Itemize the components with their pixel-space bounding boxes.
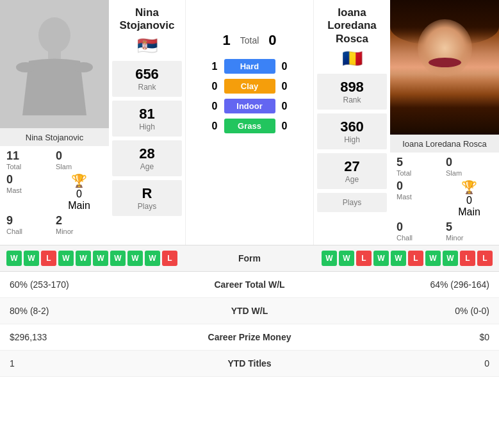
form-badge: L <box>162 251 177 266</box>
left-player-photo <box>0 0 109 128</box>
left-mast-label: Mast <box>6 187 53 194</box>
left-slam-value: 0 <box>56 149 102 163</box>
hard-row: 1 Hard 0 <box>212 59 288 74</box>
grass-left: 0 <box>212 120 218 132</box>
right-stats-grid: 5 Total 0 Slam 0 Mast 🏆 0 Main 0 <box>390 153 499 245</box>
form-badge: W <box>322 251 337 266</box>
left-mast-value: 0 <box>6 173 53 187</box>
stat-center-label: Career Prize Money <box>165 324 334 351</box>
right-minor-cell: 5 Minor <box>446 220 493 242</box>
right-age-value: 27 <box>317 158 387 175</box>
indoor-left: 0 <box>212 101 218 112</box>
left-age-box: 28 Age <box>112 140 182 176</box>
right-minor-label: Minor <box>446 234 493 242</box>
left-chall-cell: 9 Chall <box>6 214 53 235</box>
right-plays-box: Plays <box>317 193 387 212</box>
form-badge: W <box>373 251 389 266</box>
indoor-button[interactable]: Indoor <box>224 99 275 113</box>
right-rank-label: Rank <box>317 95 387 104</box>
right-mast-cell: 0 Mast <box>397 179 443 218</box>
matchup-section: 1 Total 0 1 Hard 0 0 Clay 0 0 Indoor 0 <box>186 0 313 245</box>
form-badge: W <box>443 251 458 266</box>
indoor-row: 0 Indoor 0 <box>212 99 288 113</box>
left-total-value: 11 <box>6 149 53 163</box>
right-chall-value: 0 <box>397 220 443 234</box>
form-badge: L <box>356 251 372 266</box>
right-chall-label: Chall <box>397 234 443 242</box>
right-rank-box: 898 Rank <box>317 74 387 110</box>
left-total-label: Total <box>6 163 53 170</box>
indoor-right: 0 <box>282 101 288 112</box>
total-row: 1 Total 0 <box>222 32 276 49</box>
form-badge: W <box>425 251 441 266</box>
form-badge: L <box>477 251 493 266</box>
left-trophy-cell: 🏆 0 Main <box>56 173 102 212</box>
right-age-box: 27 Age <box>317 153 387 189</box>
form-badge: L <box>41 251 56 266</box>
left-rank-value: 656 <box>112 66 182 83</box>
form-badge: W <box>145 251 160 266</box>
stats-row: 80% (8-2) YTD W/L 0% (0-0) <box>0 298 499 324</box>
right-high-box: 360 High <box>317 113 387 149</box>
right-chall-cell: 0 Chall <box>397 220 443 242</box>
right-slam-value: 0 <box>446 156 493 169</box>
stat-right-val: 0 <box>334 351 499 377</box>
stat-left-val: 80% (8-2) <box>0 298 165 324</box>
left-high-value: 81 <box>112 106 182 122</box>
clay-button[interactable]: Clay <box>224 79 275 94</box>
clay-row: 0 Clay 0 <box>212 79 288 94</box>
right-high-value: 360 <box>317 119 387 135</box>
left-slam-cell: 0 Slam <box>56 149 102 170</box>
right-trophy-icon: 🏆 <box>461 179 477 195</box>
left-player-silhouette <box>16 13 93 128</box>
hard-left: 1 <box>212 61 218 72</box>
left-age-value: 28 <box>112 145 182 162</box>
left-high-label: High <box>112 122 182 131</box>
grass-right: 0 <box>282 120 288 132</box>
left-name-label: Nina Stojanovic <box>26 133 83 142</box>
left-chall-value: 9 <box>6 214 53 228</box>
stat-right-val: 0% (0-0) <box>334 298 499 324</box>
form-badge: W <box>6 251 22 266</box>
hard-button[interactable]: Hard <box>224 59 275 74</box>
left-rank-box: 656 Rank <box>112 61 182 97</box>
stats-row: 1 YTD Titles 0 <box>0 351 499 377</box>
form-badge: W <box>58 251 74 266</box>
form-badge: L <box>460 251 475 266</box>
total-label: Total <box>240 35 259 46</box>
stats-row: $296,133 Career Prize Money $0 <box>0 324 499 351</box>
stat-center-label: Career Total W/L <box>165 272 334 298</box>
hard-right: 0 <box>282 61 288 72</box>
right-trophy-cell: 🏆 0 Main <box>446 179 493 218</box>
left-trophy-icon: 🏆 <box>71 173 87 188</box>
form-badge: W <box>93 251 108 266</box>
right-main-value: 0 <box>466 195 472 206</box>
player-comparison: Nina Stojanovic 11 Total 0 Slam 0 Mast 🏆 <box>0 0 499 245</box>
stat-right-val: $0 <box>334 324 499 351</box>
stat-left-val: 1 <box>0 351 165 377</box>
clay-right: 0 <box>282 81 288 92</box>
form-badge: W <box>391 251 406 266</box>
right-total-label: Total <box>397 169 443 177</box>
stat-left-val: 60% (253-170) <box>0 272 165 298</box>
right-total-cell: 5 Total <box>397 156 443 177</box>
left-chall-label: Chall <box>6 228 53 235</box>
svg-point-2 <box>16 62 35 72</box>
svg-point-0 <box>38 17 70 53</box>
right-slam-label: Slam <box>446 169 493 177</box>
form-badge: W <box>339 251 354 266</box>
right-age-label: Age <box>317 175 387 184</box>
left-player-name-under: Nina Stojanovic <box>0 128 109 146</box>
right-player-name: Ioana Loredana Rosca <box>317 6 387 46</box>
right-rank-value: 898 <box>317 79 387 95</box>
grass-button[interactable]: Grass <box>224 119 275 133</box>
left-slam-label: Slam <box>56 163 102 170</box>
stat-center-label: YTD W/L <box>165 298 334 324</box>
left-form-badges: WWLWWWWWWL <box>6 251 177 266</box>
right-name-label: Ioana Loredana Rosca <box>402 139 487 149</box>
right-slam-cell: 0 Slam <box>446 156 493 177</box>
right-minor-value: 5 <box>446 220 493 234</box>
grass-row: 0 Grass 0 <box>212 119 288 133</box>
left-plays-box: R Plays <box>112 180 182 216</box>
left-flag: 🇷🇸 <box>137 36 158 56</box>
